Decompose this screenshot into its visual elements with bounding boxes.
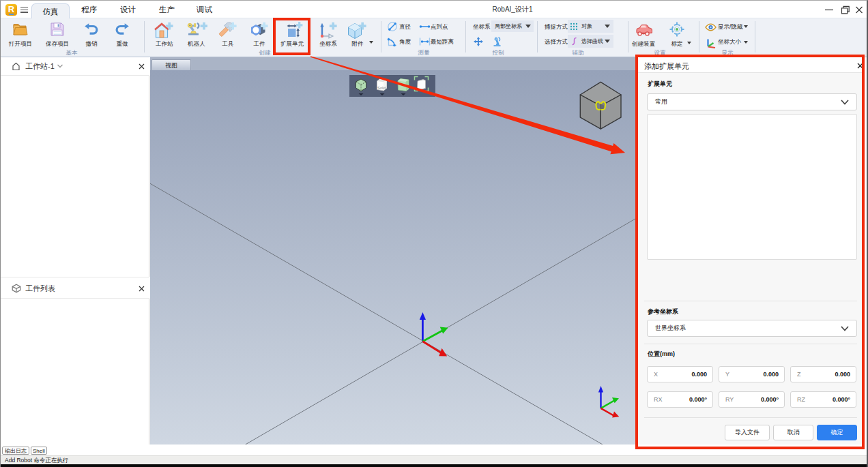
svg-text:Solid: Solid — [377, 86, 386, 90]
